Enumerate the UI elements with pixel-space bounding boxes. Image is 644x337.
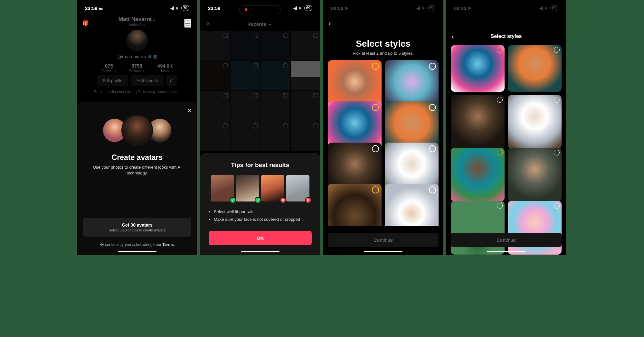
wifi-icon: ᯤ <box>298 5 303 11</box>
signal-icon <box>539 5 543 11</box>
ok-button[interactable]: OK <box>209 231 312 245</box>
style-option[interactable] <box>451 45 505 92</box>
select-circle-icon[interactable] <box>253 33 258 38</box>
select-indicator-icon <box>497 47 503 53</box>
home-indicator[interactable] <box>487 251 526 252</box>
picker-close-button[interactable]: ✕ <box>205 20 211 28</box>
style-grid <box>323 56 443 226</box>
tips-list: Select well-lit portraits Make sure your… <box>209 208 312 223</box>
style-option[interactable] <box>508 95 562 149</box>
photo-thumb[interactable] <box>260 91 290 121</box>
tip-bullet: Make sure your face is not covered or cr… <box>214 216 312 223</box>
select-circle-icon[interactable] <box>313 123 318 128</box>
style-option[interactable] <box>508 148 562 201</box>
instagram-button[interactable]: ◻ <box>166 75 177 86</box>
chevron-down-icon: ⌄ <box>152 16 156 22</box>
select-indicator-icon <box>429 63 436 70</box>
clock: 23:58 <box>208 5 220 11</box>
select-circle-icon[interactable] <box>313 33 318 38</box>
select-indicator-icon <box>372 145 379 152</box>
style-option[interactable] <box>328 184 382 226</box>
photo-thumb[interactable] <box>231 91 260 121</box>
home-indicator[interactable] <box>241 251 279 252</box>
qr-icon[interactable]: ▦ <box>153 54 157 59</box>
photo-thumb[interactable] <box>260 31 290 61</box>
create-avatars-sheet: ✕ Create avatars Use your photos to crea… <box>77 102 197 255</box>
album-selector[interactable]: Recents <box>247 21 272 27</box>
photo-thumb[interactable] <box>200 121 230 151</box>
profile-name-dropdown[interactable]: Matt Navarra⌄ <box>77 16 197 23</box>
photo-thumb[interactable] <box>291 31 320 61</box>
tips-examples: ✓ ✓ ✕ ✕ <box>209 175 312 201</box>
edit-profile-button[interactable]: Edit profile <box>97 75 128 86</box>
stat-followers[interactable]: 5755 Followers <box>129 63 145 72</box>
photo-thumb[interactable] <box>260 61 290 91</box>
bio-text: Social media consultant | Previously hea… <box>77 89 197 94</box>
stat-following[interactable]: 875 Following <box>101 63 116 72</box>
select-circle-icon[interactable] <box>283 123 288 128</box>
photo-thumb[interactable] <box>231 31 260 61</box>
select-circle-icon[interactable] <box>313 63 318 68</box>
photo-thumb[interactable] <box>291 121 320 151</box>
continue-button[interactable]: Continue <box>328 233 439 247</box>
photo-thumb[interactable] <box>291 61 320 91</box>
check-icon: ✓ <box>255 197 261 203</box>
pronouns: he/him/his <box>77 23 197 26</box>
back-button[interactable]: ‹ <box>451 33 454 41</box>
check-icon: ✓ <box>230 197 236 203</box>
select-indicator-icon <box>554 97 560 103</box>
status-bar: 00:03➤ ᯤ69 <box>446 0 566 14</box>
tip-bad-example-1: ✕ <box>261 175 284 201</box>
select-circle-icon[interactable] <box>283 33 288 38</box>
photo-thumb[interactable] <box>231 61 260 91</box>
page-subtitle: Pick at least 2 and up to 5 styles. <box>323 51 443 56</box>
close-sheet-button[interactable]: ✕ <box>187 107 192 114</box>
back-button[interactable]: ‹ <box>328 19 331 28</box>
record-dot-icon <box>245 8 247 11</box>
tips-sheet: Tips for best results ✓ ✓ ✕ ✕ Select wel… <box>200 153 320 255</box>
home-indicator[interactable] <box>364 251 402 252</box>
photo-thumb[interactable] <box>200 31 230 61</box>
style-option[interactable] <box>451 148 505 201</box>
battery-level: 69 <box>550 5 558 11</box>
location-icon: ➤ <box>345 5 349 11</box>
select-circle-icon[interactable] <box>223 93 228 98</box>
terms-acknowledgement: By continuing, you acknowledge our Terms… <box>83 242 191 247</box>
select-circle-icon[interactable] <box>253 123 258 128</box>
tip-bad-example-2: ✕ <box>286 175 309 201</box>
screen-1-profile-with-create-avatars-sheet: 23:58 ᯤ70 🎁 ☰ Matt Navarra⌄ he/him/his @… <box>77 0 197 255</box>
profile-avatar[interactable] <box>127 30 148 51</box>
photo-thumb[interactable] <box>200 91 230 121</box>
signal-icon <box>293 5 297 11</box>
svg-point-0 <box>148 55 151 58</box>
select-circle-icon[interactable] <box>283 93 288 98</box>
photo-thumb[interactable] <box>291 91 320 121</box>
select-circle-icon[interactable] <box>223 123 228 128</box>
sheet-subtitle: Use your photos to create different look… <box>83 164 191 176</box>
add-friends-button[interactable]: Add friends <box>131 75 164 86</box>
stat-likes[interactable]: 494.9K Likes <box>157 63 173 72</box>
clock: 00:03 <box>331 5 343 11</box>
screen-3-select-styles-hero: 00:03➤ ᯤ69 ‹ Select styles Pick at least… <box>323 0 443 255</box>
select-indicator-icon <box>497 150 503 155</box>
x-icon: ✕ <box>280 197 286 203</box>
sheet-title: Create avatars <box>83 153 191 162</box>
photo-thumb[interactable] <box>260 121 290 151</box>
continue-button[interactable]: Continue <box>451 233 562 247</box>
photo-thumb[interactable] <box>200 61 230 91</box>
select-circle-icon[interactable] <box>283 63 288 68</box>
status-bar: 00:03➤ ᯤ69 <box>323 0 443 14</box>
style-option[interactable] <box>385 184 439 226</box>
terms-link[interactable]: Terms <box>162 242 174 247</box>
get-avatars-button[interactable]: Get 30 avatars Select 3-10 photos to cre… <box>83 218 191 237</box>
select-circle-icon[interactable] <box>313 93 318 98</box>
style-option[interactable] <box>451 95 505 149</box>
style-option[interactable] <box>508 45 562 92</box>
home-indicator[interactable] <box>118 251 156 252</box>
select-circle-icon[interactable] <box>253 63 258 68</box>
select-circle-icon[interactable] <box>223 63 228 68</box>
select-circle-icon[interactable] <box>223 33 228 38</box>
select-indicator-icon <box>554 47 560 53</box>
photo-thumb[interactable] <box>231 121 260 151</box>
select-circle-icon[interactable] <box>253 93 258 98</box>
